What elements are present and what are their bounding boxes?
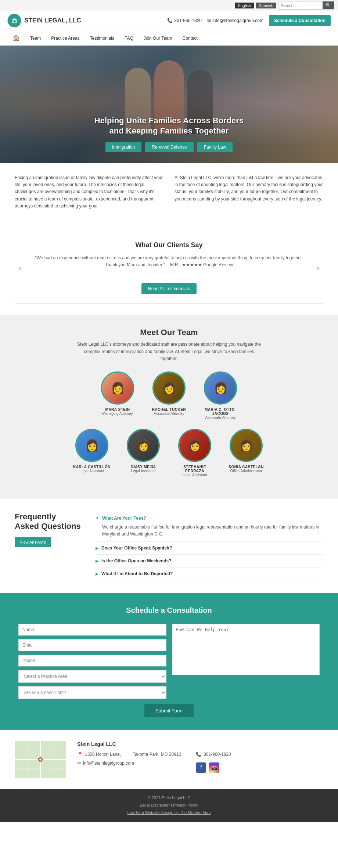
footer-contact-row: 📍 1358 Holton Lane, Takoma Park, MD 2091… [77, 750, 323, 773]
search-bar: 🔍 [278, 1, 334, 10]
legal-disclaimer-link[interactable]: Legal Disclaimer [140, 803, 170, 807]
team-role-stephanie: Legal Assistant [175, 473, 215, 477]
instagram-icon[interactable]: 📷 [209, 762, 219, 773]
immigration-btn[interactable]: Immigration [105, 142, 142, 152]
view-faqs-button[interactable]: View All FAQ's [15, 537, 51, 547]
team-member-daisy: 👩 DAISY MEJIA Legal Assistant [123, 429, 163, 477]
schedule-consult-button[interactable]: Schedule a Consultation [269, 15, 331, 26]
name-input[interactable] [18, 624, 166, 636]
faq-question-fees[interactable]: ▼ What Are Your Fees? [96, 516, 323, 521]
faq-question-deported[interactable]: ▶ What if I'm About to Be Deported? [96, 571, 323, 576]
read-testimonials-button[interactable]: Read All Testimonials [141, 283, 197, 294]
team-name-karla: KARLA CASTILLÓN [72, 465, 112, 469]
nav-practice-areas[interactable]: Practice Areas [46, 32, 84, 45]
hero-heading-line1: Helping Unite Families Across Borders [94, 116, 244, 125]
phone-icon: 📞 [167, 18, 173, 23]
header-contact: 📞 301-960-1820 ✉ info@steinlegalgroup.co… [167, 15, 331, 26]
design-credit-link[interactable]: Law Firm Website Design by The Modern Fi… [127, 810, 211, 815]
schedule-section: Schedule a Consultation Select a Practic… [0, 593, 338, 730]
svg-point-10 [39, 758, 42, 761]
team-name-sonia: SONIA CASTELAN [226, 465, 266, 469]
nav-team[interactable]: Team [25, 32, 46, 45]
faq-item-fees: ▼ What Are Your Fees? We charge a reason… [96, 512, 323, 542]
avatar-img-sonia: 👩 [231, 430, 262, 461]
faq-right: ▼ What Are Your Fees? We charge a reason… [96, 512, 323, 580]
team-avatar-stephanie: 👩 [178, 429, 211, 462]
nav-testimonials[interactable]: Testimonials [85, 32, 119, 45]
facebook-icon[interactable]: f [196, 762, 206, 773]
about-text-2: At Stein Legal LLC, we're more than just… [175, 174, 323, 203]
team-member-rachel: 👩 RACHEL TUCKER Associate Attorney [149, 371, 189, 420]
faq-item-spanish: ▶ Does Your Office Speak Spanish? [96, 542, 323, 555]
search-button[interactable]: 🔍 [323, 1, 334, 9]
faq-arrow-fees: ▼ [96, 516, 99, 520]
team-avatar-rachel: 👩 [152, 371, 186, 405]
nav-contact[interactable]: Contact [177, 32, 203, 45]
footer-address-text: 1358 Holton Lane, Takoma Park, MD 20912 [85, 750, 181, 759]
message-textarea[interactable] [172, 624, 320, 675]
phone-number: 301-960-1820 [174, 18, 202, 23]
family-law-btn[interactable]: Family Law [197, 142, 233, 152]
removal-defense-btn[interactable]: Removal Defense [145, 142, 193, 152]
testimonial-prev-button[interactable]: ‹ [19, 264, 21, 272]
logo-text: STEIN LEGAL, LLC [24, 17, 81, 24]
nav-faq[interactable]: FAQ [119, 32, 139, 45]
team-name-daisy: DAISY MEJIA [123, 465, 163, 469]
faq-answer-fees: We charge a reasonable flat fee for immi… [96, 521, 323, 538]
footer-email-text: info@steinlegalgroup.com [83, 759, 134, 768]
phone-contact: 📞 301-960-1820 [167, 18, 202, 23]
faq-section: Frequently Asked Questions View All FAQ'… [0, 499, 338, 593]
main-nav: 🏠 Team Practice Areas Testimonials FAQ J… [0, 31, 338, 46]
footer-email-icon: ✉ [77, 759, 81, 768]
avatar-img-rachel: 👩 [154, 373, 184, 403]
map-svg [15, 741, 66, 778]
team-avatar-maria: 👩 [204, 371, 237, 405]
team-role-maria: Associate Attorney [200, 416, 241, 420]
header: ⚖ STEIN LEGAL, LLC 📞 301-960-1820 ✉ info… [0, 11, 338, 31]
footer-info: Stein Legal LLC 📍 1358 Holton Lane, Tako… [0, 730, 338, 789]
team-member-maria: 👩 MARIA C. OTTO-JACOBS Associate Attorne… [200, 371, 241, 420]
testimonials-section: ‹ What Our Clients Say "We had an experi… [0, 221, 338, 315]
faq-question-text-deported: What if I'm About to Be Deported? [101, 571, 173, 576]
footer-copyright: © 2023 Stein Legal LLC [6, 794, 332, 802]
team-heading: Meet Our Team [15, 328, 323, 337]
nav-join-our-team[interactable]: Join Our Team [139, 32, 177, 45]
english-lang-btn[interactable]: English [235, 3, 254, 8]
spanish-lang-btn[interactable]: Spanish [256, 3, 276, 8]
email-input[interactable] [18, 639, 166, 651]
new-client-select[interactable]: Are you a new client? Yes, I am a new cl… [18, 686, 166, 699]
footer-design-credit: Law Firm Website Design by The Modern Fi… [6, 809, 332, 817]
team-role-sonia: Office Administrator [226, 469, 266, 473]
faq-question-weekends[interactable]: ▶ Is the Office Open on Weekends? [96, 558, 323, 563]
team-member-stephanie: 👩 STEPHANIE PEDRAZA Legal Assistant [175, 429, 215, 477]
nav-home[interactable]: 🏠 [7, 31, 25, 45]
email-icon: ✉ [207, 18, 211, 23]
team-name-rachel: RACHEL TUCKER [149, 408, 189, 412]
about-col-2: At Stein Legal LLC, we're more than just… [175, 174, 323, 210]
email-contact: ✉ info@steinlegalgroup.com [207, 18, 263, 23]
svg-text:⚖: ⚖ [12, 18, 17, 24]
submit-form-button[interactable]: Submit Form [144, 704, 194, 717]
team-member-mara: 👩 MARA STEIN Managing Attorney [97, 371, 138, 420]
faq-arrow-deported: ▶ [96, 572, 98, 576]
footer-address-line2: Takoma Park, MD 20912 [125, 750, 181, 759]
faq-question-spanish[interactable]: ▶ Does Your Office Speak Spanish? [96, 545, 323, 551]
footer-company-name: Stein Legal LLC [77, 741, 323, 747]
hero-section: Helping Unite Families Across Borders an… [0, 46, 338, 163]
team-name-mara: MARA STEIN [97, 408, 138, 412]
search-input[interactable] [278, 3, 323, 8]
footer-company: Stein Legal LLC 📍 1358 Holton Lane, Tako… [77, 741, 323, 773]
testimonial-next-button[interactable]: › [317, 264, 319, 272]
privacy-policy-link[interactable]: Privacy Policy [173, 803, 198, 807]
team-section: Meet Our Team Stein Legal LLC's attorney… [0, 315, 338, 499]
team-name-maria: MARIA C. OTTO-JACOBS [200, 408, 241, 416]
faq-question-text-fees: What Are Your Fees? [102, 516, 146, 521]
phone-input[interactable] [18, 655, 166, 666]
team-name-stephanie: STEPHANIE PEDRAZA [175, 465, 215, 473]
footer-address-line1: 1358 Holton Lane, [85, 750, 121, 759]
testimonials-heading: What Our Clients Say [30, 241, 308, 249]
about-text-1: Facing an immigration issue or family la… [15, 174, 163, 210]
practice-area-select[interactable]: Select a Practice Area Immigration Remov… [18, 670, 166, 683]
footer-bottom: © 2023 Stein Legal LLC Legal Disclaimer … [0, 789, 338, 822]
team-role-mara: Managing Attorney [97, 412, 138, 416]
